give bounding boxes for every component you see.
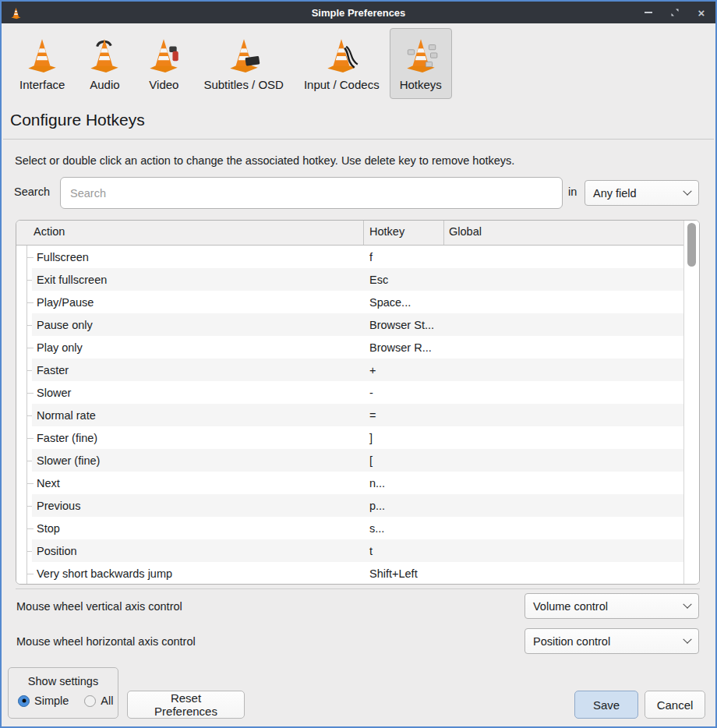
table-row[interactable]: Fullscreen f	[16, 246, 683, 268]
save-button[interactable]: Save	[574, 691, 638, 719]
action-cell: Faster (fine)	[37, 432, 97, 444]
table-row[interactable]: Play/Pause Space...	[16, 291, 683, 313]
simple-preferences-window: Simple Preferences × Interface	[0, 0, 717, 728]
toolbar-item-label: Subtitles / OSD	[203, 78, 284, 91]
hotkey-cell: t	[369, 545, 373, 557]
tree-branch-icon	[16, 404, 32, 426]
action-cell: Stop	[37, 522, 60, 535]
table-row[interactable]: Faster (fine) ]	[16, 426, 683, 449]
column-header-global[interactable]: Global	[449, 225, 482, 238]
table-row[interactable]: Faster +	[16, 359, 683, 381]
reset-preferences-button[interactable]: Reset Preferences	[127, 691, 245, 719]
tree-branch-icon	[16, 246, 32, 268]
action-cell: Play only	[37, 341, 83, 354]
input-codecs-cone-icon	[322, 35, 361, 74]
table-row[interactable]: Pause only Browser St...	[16, 313, 683, 336]
close-button[interactable]: ×	[695, 6, 708, 19]
tree-branch-icon	[16, 268, 32, 291]
hotkey-cell: +	[369, 364, 376, 376]
hotkey-cell: Browser St...	[369, 319, 434, 331]
toolbar-item-hotkeys[interactable]: Hotkeys	[390, 28, 452, 99]
toolbar-item-video[interactable]: Video	[134, 28, 193, 99]
column-header-hotkey[interactable]: Hotkey	[369, 225, 404, 238]
all-radio-label[interactable]: All	[101, 694, 113, 707]
toolbar-item-audio[interactable]: Audio	[75, 28, 134, 99]
table-header[interactable]: Action Hotkey Global	[16, 221, 683, 246]
hotkey-cell: p...	[369, 500, 385, 512]
scrollbar-thumb[interactable]	[687, 223, 696, 267]
simple-radio-label[interactable]: Simple	[34, 694, 69, 707]
minimize-icon	[645, 12, 652, 13]
tree-branch-icon	[16, 562, 32, 584]
video-cone-icon	[144, 35, 183, 74]
action-cell: Pause only	[37, 319, 93, 331]
table-row[interactable]: Slower (fine) [	[16, 449, 683, 472]
tree-branch-icon	[16, 381, 32, 404]
chevron-down-icon	[683, 186, 691, 195]
tree-branch-icon	[16, 472, 32, 494]
search-field-value: Any field	[593, 187, 637, 200]
column-separator[interactable]	[363, 221, 364, 245]
table-row[interactable]: Next n...	[16, 472, 683, 494]
hotkey-cell: [	[369, 454, 373, 467]
search-field-select[interactable]: Any field	[585, 180, 699, 206]
action-cell: Normal rate	[37, 409, 96, 422]
toolbar-item-interface[interactable]: Interface	[9, 28, 75, 99]
divider	[3, 139, 714, 140]
vertical-scrollbar[interactable]	[683, 221, 699, 584]
simple-radio[interactable]	[18, 695, 30, 707]
tree-branch-icon	[16, 449, 32, 472]
table-row[interactable]: Previous p...	[16, 494, 683, 517]
maximize-icon	[670, 8, 680, 17]
toolbar-item-input-codecs[interactable]: Input / Codecs	[294, 28, 390, 99]
hotkey-cell: -	[369, 387, 373, 399]
hotkey-cell: s...	[369, 522, 384, 535]
table-row[interactable]: Slower -	[16, 381, 683, 404]
toolbar-item-label: Video	[149, 78, 178, 91]
table-row[interactable]: Position t	[16, 539, 683, 562]
show-settings-group: Show settings Simple All	[8, 667, 118, 719]
table-row[interactable]: Very short backwards jump Shift+Left	[16, 562, 683, 584]
column-header-action[interactable]: Action	[34, 225, 65, 238]
table-row[interactable]: Normal rate =	[16, 404, 683, 426]
hotkeys-cone-icon	[401, 35, 440, 74]
all-radio[interactable]	[84, 695, 96, 707]
action-cell: Very short backwards jump	[37, 567, 172, 580]
vlc-logo-icon	[9, 6, 23, 19]
tree-branch-icon	[16, 313, 32, 336]
action-cell: Slower	[37, 387, 71, 399]
mouse-wheel-horizontal-label: Mouse wheel horizontal axis control	[16, 635, 196, 648]
close-icon: ×	[698, 7, 705, 19]
mouse-wheel-vertical-label: Mouse wheel vertical axis control	[16, 600, 182, 613]
tree-branch-icon	[16, 336, 32, 359]
tree-branch-icon	[16, 539, 32, 562]
toolbar-item-subtitles-osd[interactable]: Subtitles / OSD	[193, 28, 294, 99]
mouse-wheel-vertical-value: Volume control	[533, 600, 608, 613]
action-cell: Position	[37, 545, 77, 557]
action-cell: Fullscreen	[37, 251, 89, 263]
tree-branch-icon	[16, 291, 32, 313]
table-row[interactable]: Stop s...	[16, 517, 683, 539]
maximize-button[interactable]	[669, 6, 681, 19]
table-row[interactable]: Play only Browser R...	[16, 336, 683, 359]
window-title: Simple Preferences	[2, 7, 715, 19]
interface-cone-icon	[23, 35, 62, 74]
search-input[interactable]	[60, 177, 563, 209]
chevron-down-icon	[683, 599, 691, 608]
hotkey-cell: =	[369, 409, 376, 422]
search-label: Search	[14, 186, 50, 198]
preferences-toolbar: Interface Audio Video Subtitles / OSD	[9, 28, 452, 99]
cancel-button[interactable]: Cancel	[645, 691, 705, 719]
tree-branch-icon	[16, 426, 32, 449]
mouse-wheel-vertical-select[interactable]: Volume control	[525, 593, 699, 619]
subtitles-cone-icon	[224, 35, 263, 74]
title-bar[interactable]: Simple Preferences ×	[2, 2, 715, 23]
mouse-wheel-horizontal-select[interactable]: Position control	[525, 628, 699, 654]
column-separator[interactable]	[443, 221, 444, 245]
table-row[interactable]: Exit fullscreen Esc	[16, 268, 683, 291]
hotkey-cell: Esc	[369, 274, 388, 286]
search-row: Search in Any field	[2, 177, 715, 210]
toolbar-item-label: Input / Codecs	[304, 78, 380, 91]
minimize-button[interactable]	[642, 6, 655, 19]
hotkeys-description: Select or double click an action to chan…	[15, 154, 514, 167]
